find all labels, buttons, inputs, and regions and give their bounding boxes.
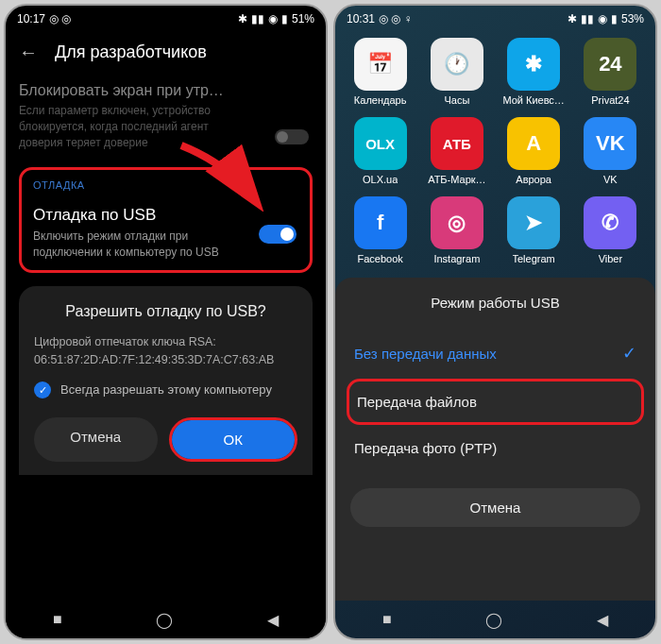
phone-right: 10:31 ◎ ◎ ♀ ✱ ▮▮ ◉ ▮ 53% 📅Календарь🕐Часы… [333, 4, 657, 640]
app-olx.ua[interactable]: OLXOLX.ua [345, 117, 415, 185]
nav-recent-icon[interactable]: ■ [53, 611, 62, 628]
usb-option[interactable]: Без передачи данных✓ [335, 328, 655, 379]
app-label: Календарь [354, 94, 407, 106]
nav-recent-icon[interactable]: ■ [382, 611, 392, 628]
usb-option[interactable]: Передача фото (PTP) [335, 425, 655, 471]
status-icon: ◎ ◎ [49, 12, 71, 25]
app-label: Аврора [516, 174, 551, 185]
app-label: VK [603, 174, 618, 185]
app-icon: 24 [584, 38, 636, 91]
fingerprint-label: Цифровой отпечаток ключа RSA: [34, 333, 297, 351]
phone-left: 10:17 ◎ ◎ ✱ ▮▮ ◉ ▮ 51% ← Для разработчик… [4, 4, 328, 640]
app-privat24[interactable]: 24Privat24 [575, 38, 646, 106]
page-header: ← Для разработчиков [6, 32, 326, 73]
nav-home-icon[interactable]: ◯ [156, 611, 173, 629]
toggle-usb-debug[interactable] [259, 225, 297, 244]
status-time: 10:31 [347, 12, 375, 25]
checkbox-checked-icon[interactable]: ✓ [34, 381, 51, 398]
app-icon: ✱ [507, 38, 560, 91]
app-icon: VK [584, 117, 636, 170]
app-мой киевс…[interactable]: ✱Мой Киевс… [499, 38, 569, 106]
nav-bar: ■ ◯ ◀ [6, 601, 326, 638]
app-instagram[interactable]: ◎Instagram [421, 196, 492, 264]
usb-debug-desc: Включить режим отладки при подключении к… [33, 229, 241, 261]
app-grid: 📅Календарь🕐Часы✱Мой Киевс…24Privat24OLXO… [335, 32, 655, 270]
always-allow-row[interactable]: ✓ Всегда разрешать этому компьютеру [34, 381, 297, 398]
annotation-arrow [172, 136, 276, 212]
app-icon: АТБ [431, 117, 483, 170]
app-label: Facebook [357, 253, 402, 264]
app-icon: ✆ [584, 196, 636, 249]
battery-pct: 53% [621, 12, 644, 25]
app-атб-марк…[interactable]: АТБАТБ-Марк… [421, 117, 492, 185]
app-календарь[interactable]: 📅Календарь [345, 38, 415, 106]
ok-button[interactable]: ОК [172, 420, 296, 459]
debug-section-highlight: ОТЛАДКА Отладка по USB Включить режим от… [19, 167, 313, 273]
nav-bar: ■ ◯ ◀ [335, 601, 655, 638]
app-facebook[interactable]: fFacebook [345, 196, 415, 264]
wifi-icon: ◉ [598, 12, 607, 25]
app-vk[interactable]: VKVK [575, 117, 646, 185]
app-icon: A [507, 117, 560, 170]
battery-pct: 51% [292, 12, 314, 25]
signal-icon: ▮▮ [581, 12, 594, 25]
status-bar: 10:17 ◎ ◎ ✱ ▮▮ ◉ ▮ 51% [6, 6, 326, 32]
app-label: Часы [444, 94, 469, 106]
sheet-title: Режим работы USB [335, 295, 655, 311]
nav-back-icon[interactable]: ◀ [267, 611, 279, 629]
app-icon: ◎ [431, 196, 483, 249]
fingerprint-value: 06:51:87:2D:AD:7F:12:49:35:3D:7A:C7:63:A… [34, 351, 297, 369]
status-bar: 10:31 ◎ ◎ ♀ ✱ ▮▮ ◉ ▮ 53% [335, 6, 655, 32]
check-icon: ✓ [622, 343, 636, 364]
app-label: Viber [599, 253, 622, 264]
bluetooth-icon: ✱ [568, 12, 577, 25]
app-label: OLX.ua [363, 174, 398, 185]
setting-title: Блокировать экран при утр… [19, 82, 313, 99]
app-часы[interactable]: 🕐Часы [421, 38, 492, 106]
nav-home-icon[interactable]: ◯ [485, 611, 502, 629]
app-telegram[interactable]: ➤Telegram [499, 196, 569, 264]
app-аврора[interactable]: AАврора [499, 117, 569, 185]
sheet-cancel-button[interactable]: Отмена [350, 488, 640, 527]
battery-icon: ▮ [611, 12, 618, 25]
app-label: АТБ-Марк… [428, 174, 485, 185]
page-title: Для разработчиков [55, 42, 207, 62]
app-viber[interactable]: ✆Viber [575, 196, 646, 264]
ok-button-highlight: ОК [169, 417, 298, 462]
app-icon: 📅 [354, 38, 407, 91]
app-label: Мой Киевс… [502, 94, 565, 106]
option-label: Без передачи данных [354, 346, 497, 362]
app-icon: 🕐 [431, 38, 483, 91]
settings-content: Блокировать экран при утр… Если параметр… [6, 73, 326, 601]
app-label: Telegram [513, 253, 555, 264]
app-label: Privat24 [591, 94, 629, 106]
cancel-button[interactable]: Отмена [34, 417, 158, 462]
usb-option[interactable]: Передача файлов [347, 379, 644, 425]
dialog-title: Разрешить отладку по USB? [34, 303, 297, 320]
dialog-buttons: Отмена ОК [34, 417, 297, 475]
option-label: Передача фото (PTP) [354, 440, 497, 456]
battery-icon: ▮ [281, 12, 288, 25]
app-label: Instagram [433, 253, 480, 264]
allow-debug-dialog: Разрешить отладку по USB? Цифровой отпеч… [19, 286, 313, 476]
usb-mode-sheet: Режим работы USB Без передачи данных✓Пер… [335, 278, 655, 601]
signal-icon: ▮▮ [251, 12, 264, 25]
nav-back-icon[interactable]: ◀ [597, 611, 608, 629]
bluetooth-icon: ✱ [238, 12, 247, 25]
toggle-lock-screen[interactable] [275, 129, 309, 144]
app-icon: f [354, 196, 407, 249]
wifi-icon: ◉ [268, 12, 278, 25]
option-label: Передача файлов [357, 394, 477, 410]
status-icon: ◎ ◎ ♀ [379, 12, 413, 25]
sheet-options: Без передачи данных✓Передача файловПеред… [335, 328, 655, 471]
always-allow-label: Всегда разрешать этому компьютеру [60, 382, 272, 398]
app-icon: OLX [354, 117, 407, 170]
status-time: 10:17 [17, 12, 45, 25]
back-icon[interactable]: ← [19, 42, 38, 63]
app-icon: ➤ [507, 196, 560, 249]
